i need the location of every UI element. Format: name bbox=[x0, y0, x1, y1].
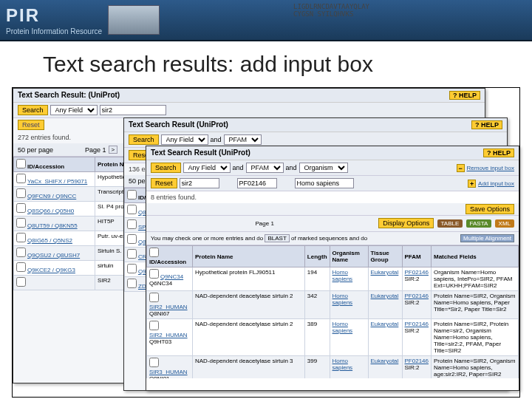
protein-name: NAD-dependent deacetylase sirtuin 2 bbox=[193, 319, 305, 356]
accession: Q9HT03 bbox=[149, 338, 171, 345]
row-checkbox[interactable] bbox=[127, 205, 137, 214]
logo-subtitle: Protein Information Resource bbox=[6, 27, 102, 35]
result-count: 8 entries found. bbox=[146, 191, 519, 203]
reset-button[interactable]: Reset bbox=[151, 178, 177, 188]
search-row-2: Reset + Add input box bbox=[146, 176, 519, 191]
organism-link[interactable]: Homo sapiens bbox=[332, 358, 353, 371]
pfam-link[interactable]: PF02146 bbox=[405, 321, 429, 327]
query-input-2[interactable] bbox=[237, 178, 277, 188]
length: 342 bbox=[304, 291, 330, 319]
matched-fields: Protein Name=SIR2, Organism Name=Homo sa… bbox=[432, 356, 519, 379]
search-row: Search Any Field and PFAM and Organism −… bbox=[146, 160, 519, 176]
add-input-link[interactable]: Add input box bbox=[478, 180, 514, 187]
table-row: Q9NC34Q6NC34Hypothetical protein FLJ9051… bbox=[147, 267, 519, 291]
accession: Q9NI01 bbox=[149, 375, 170, 378]
window-titlebar: Text Search Result (UniProt) ? HELP bbox=[146, 146, 519, 160]
search-button[interactable]: Search bbox=[129, 134, 159, 145]
organism-link[interactable]: Homo sapiens bbox=[332, 269, 353, 282]
display-options-button[interactable]: Display Options bbox=[378, 218, 434, 228]
search-button[interactable]: Search bbox=[18, 105, 48, 115]
protein-name: NAD-dependent deacetylase sirtuin 3 bbox=[193, 356, 305, 379]
pfam-link[interactable]: PF02146 bbox=[405, 269, 429, 276]
field-select-2[interactable]: PFAM bbox=[224, 134, 262, 145]
save-options-button[interactable]: Save Options bbox=[466, 204, 514, 214]
taxon-link[interactable]: Eukaryotal bbox=[371, 321, 399, 327]
select-all-checkbox[interactable] bbox=[149, 248, 159, 257]
fasta-chip[interactable]: FASTA bbox=[466, 219, 492, 228]
next-page-icon[interactable]: > bbox=[109, 146, 118, 154]
field-select-2[interactable]: PFAM bbox=[246, 163, 284, 173]
row-checkbox[interactable] bbox=[149, 293, 159, 302]
help-button[interactable]: ? HELP bbox=[449, 91, 480, 100]
select-all-checkbox[interactable] bbox=[127, 190, 137, 200]
id-link[interactable]: SIR3_HUMAN bbox=[149, 369, 188, 375]
query-input[interactable] bbox=[100, 105, 166, 115]
search-button[interactable]: Search bbox=[151, 163, 181, 173]
page-label: Page 1 bbox=[255, 220, 273, 227]
and-label: and bbox=[286, 164, 297, 171]
row-checkbox[interactable] bbox=[127, 234, 137, 244]
page-bar: Page 1 Display Options TABLE FASTA XML bbox=[146, 216, 519, 232]
blast-button[interactable]: BLAST bbox=[265, 234, 289, 242]
id-link[interactable]: Q9NC34 bbox=[160, 273, 183, 280]
row-checkbox[interactable] bbox=[16, 174, 26, 183]
id-link[interactable]: Q9QSU2 / Q8USH7 bbox=[27, 252, 80, 259]
query-input-3[interactable] bbox=[295, 178, 354, 188]
id-link[interactable]: SIR2_HUMAN bbox=[149, 304, 188, 310]
or-text: of marked sequences and do bbox=[291, 235, 367, 242]
pfam-link[interactable]: PF02146 bbox=[405, 358, 429, 364]
id-link[interactable]: Q9KCE2 / Q9KG3 bbox=[27, 267, 75, 273]
row-checkbox[interactable] bbox=[16, 233, 26, 242]
row-checkbox[interactable] bbox=[16, 203, 26, 213]
pfam-link[interactable]: PF02146 bbox=[405, 293, 429, 299]
row-checkbox[interactable] bbox=[149, 358, 159, 367]
row-checkbox[interactable] bbox=[127, 264, 137, 273]
row-checkbox[interactable] bbox=[127, 219, 137, 229]
help-button[interactable]: ? HELP bbox=[483, 149, 514, 157]
row-checkbox[interactable] bbox=[16, 262, 26, 272]
protein-name: Hypothetical protein FLJ90511 bbox=[193, 267, 305, 291]
row-checkbox[interactable] bbox=[16, 277, 26, 287]
select-all-checkbox[interactable] bbox=[16, 159, 26, 168]
table-row: SIR2_HUMANQ9HT03NAD-dependent deacetylas… bbox=[147, 319, 519, 356]
field-select-1[interactable]: Any Field bbox=[183, 163, 231, 173]
id-link[interactable]: YaCx_SHIFX / P59071 bbox=[27, 178, 87, 185]
field-select-3[interactable]: Organism bbox=[299, 163, 348, 173]
reset-button[interactable]: Reset bbox=[18, 120, 44, 130]
xml-chip[interactable]: XML bbox=[495, 219, 514, 228]
table-chip[interactable]: TABLE bbox=[437, 219, 463, 228]
row-checkbox[interactable] bbox=[16, 248, 26, 257]
minus-icon[interactable]: − bbox=[457, 164, 465, 172]
id-link[interactable]: Q8IG65 / Q5NS2 bbox=[27, 237, 72, 244]
matched-fields: Organism Name=Homo sapiens, IntePro=SIR2… bbox=[432, 267, 519, 291]
page-label: Page 1 bbox=[85, 146, 106, 154]
row-checkbox[interactable] bbox=[127, 249, 137, 259]
remove-input-link[interactable]: Remove input box bbox=[467, 165, 514, 171]
help-button[interactable]: ? HELP bbox=[471, 120, 502, 129]
banner-sequence: LIGDLRNCDAVTAAYQLAYCYGSN SYILQHVKS bbox=[293, 3, 369, 18]
query-input-1[interactable] bbox=[180, 178, 219, 188]
id-link[interactable]: Q8UT59 / Q8KN55 bbox=[27, 222, 78, 229]
row-checkbox[interactable] bbox=[149, 269, 159, 279]
window-title: Text Search Result (UniProt) bbox=[151, 149, 250, 157]
perpage-label: 50 per page bbox=[18, 146, 53, 154]
field-select-1[interactable]: Any Field bbox=[161, 134, 208, 145]
search-window-3: Text Search Result (UniProt) ? HELP Sear… bbox=[146, 146, 519, 391]
plus-icon[interactable]: + bbox=[468, 180, 476, 188]
organism-link[interactable]: Homo sapiens bbox=[332, 321, 353, 334]
row-checkbox[interactable] bbox=[16, 218, 26, 228]
and-label: and bbox=[211, 136, 222, 143]
id-link[interactable]: Q8SQ66 / Q05H0 bbox=[27, 208, 74, 214]
row-checkbox[interactable] bbox=[16, 188, 26, 198]
accession: Q6NC34 bbox=[149, 280, 172, 287]
field-select[interactable]: Any Field bbox=[50, 105, 98, 115]
taxon-link[interactable]: Eukaryotal bbox=[371, 269, 399, 276]
organism-link[interactable]: Homo sapiens bbox=[332, 293, 353, 306]
id-link[interactable]: SIR2_HUMAN bbox=[149, 332, 188, 338]
row-checkbox[interactable] bbox=[127, 279, 137, 288]
id-link[interactable]: Q9FCN9 / Q9NCC bbox=[27, 193, 76, 200]
row-checkbox[interactable] bbox=[149, 321, 159, 330]
taxon-link[interactable]: Eukaryotal bbox=[371, 358, 399, 364]
multiple-alignment-button[interactable]: Multiple Alignment bbox=[460, 234, 514, 242]
taxon-link[interactable]: Eukaryotal bbox=[371, 293, 399, 299]
